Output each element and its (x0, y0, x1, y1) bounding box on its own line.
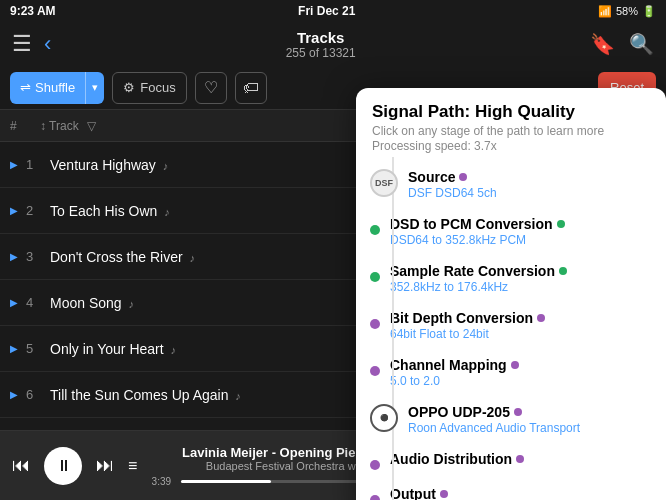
signal-dot-dsf: DSF (370, 169, 398, 197)
track-name: Only in Your Heart ♪ (50, 341, 176, 357)
signal-item-oppo[interactable]: ⚫ OPPO UDP-205 Roon Advanced Audio Trans… (356, 396, 666, 443)
signal-item-content: Source DSF DSD64 5ch (408, 169, 652, 200)
signal-item-title: Bit Depth Conversion (390, 310, 652, 326)
signal-item-desc: DSD64 to 352.8kHz PCM (390, 233, 652, 247)
signal-path-line (392, 157, 394, 500)
track-name: Moon Song ♪ (50, 295, 134, 311)
col-num-header: # (10, 119, 40, 133)
signal-item-desc: 64bit Float to 24bit (390, 327, 652, 341)
tag-button[interactable]: 🏷 (235, 72, 267, 104)
playback-controls: ⏮ ⏸ ⏭ ≡ (12, 447, 137, 485)
track-play-icon: ▶ (10, 205, 26, 216)
shuffle-label: Shuffle (35, 80, 75, 95)
shuffle-main: ⇌ Shuffle (10, 80, 85, 95)
track-number: 5 (26, 341, 50, 356)
signal-indicator (537, 314, 545, 322)
bookmark-button[interactable]: 🔖 (590, 32, 615, 56)
shuffle-dropdown[interactable]: ▾ (85, 72, 104, 104)
signal-item-title: DSD to PCM Conversion (390, 216, 652, 232)
track-name: Don't Cross the River ♪ (50, 249, 195, 265)
focus-label: Focus (140, 80, 175, 95)
track-name: To Each His Own ♪ (50, 203, 170, 219)
signal-speed: Processing speed: 3.7x (372, 139, 650, 153)
signal-item-content: OPPO UDP-205 Roon Advanced Audio Transpo… (408, 404, 652, 435)
signal-item-title: Source (408, 169, 652, 185)
track-filter-icon: ▽ (87, 119, 96, 133)
next-button[interactable]: ⏭ (96, 455, 114, 476)
battery-icon: 🔋 (642, 5, 656, 18)
music-note-icon: ♪ (163, 160, 169, 172)
signal-item-title: Channel Mapping (390, 357, 652, 373)
signal-item-bit-depth[interactable]: Bit Depth Conversion 64bit Float to 24bi… (356, 302, 666, 349)
signal-indicator (459, 173, 467, 181)
track-name: Ventura Highway ♪ (50, 157, 168, 173)
track-number: 6 (26, 387, 50, 402)
signal-header: Signal Path: High Quality Click on any s… (356, 88, 666, 157)
signal-item-dsd-pcm[interactable]: DSD to PCM Conversion DSD64 to 352.8kHz … (356, 208, 666, 255)
track-play-icon: ▶ (10, 159, 26, 170)
signal-item-desc: Roon Advanced Audio Transport (408, 421, 652, 435)
wifi-icon: 📶 (598, 5, 612, 18)
track-name: Till the Sun Comes Up Again ♪ (50, 387, 241, 403)
signal-dot-purple (370, 495, 380, 500)
pause-button[interactable]: ⏸ (44, 447, 82, 485)
signal-item-title: Audio Distribution (390, 451, 652, 467)
signal-item-content: Channel Mapping 5.0 to 2.0 (390, 357, 652, 388)
signal-item-channel-mapping[interactable]: Channel Mapping 5.0 to 2.0 (356, 349, 666, 396)
shuffle-button[interactable]: ⇌ Shuffle ▾ (10, 72, 104, 104)
prev-button[interactable]: ⏮ (12, 455, 30, 476)
status-right: 📶 58% 🔋 (598, 5, 656, 18)
track-number: 4 (26, 295, 50, 310)
signal-item-title: OPPO UDP-205 (408, 404, 652, 420)
signal-item-output[interactable]: Output (356, 478, 666, 500)
signal-indicator (559, 267, 567, 275)
signal-item-content: DSD to PCM Conversion DSD64 to 352.8kHz … (390, 216, 652, 247)
focus-icon: ⚙ (123, 80, 135, 95)
signal-item-content: Output (390, 486, 652, 500)
signal-indicator (557, 220, 565, 228)
header-center: Tracks 255 of 13321 (51, 29, 590, 60)
signal-item-sample-rate[interactable]: Sample Rate Conversion 352.8kHz to 176.4… (356, 255, 666, 302)
music-note-icon: ♪ (190, 252, 196, 264)
signal-indicator (516, 455, 524, 463)
page-subtitle: 255 of 13321 (51, 46, 590, 60)
header-right: 🔖 🔍 (590, 32, 654, 56)
track-number: 2 (26, 203, 50, 218)
signal-item-content: Bit Depth Conversion 64bit Float to 24bi… (390, 310, 652, 341)
signal-item-content: Audio Distribution (390, 451, 652, 467)
signal-title: Signal Path: High Quality (372, 102, 650, 122)
signal-dot-purple (370, 366, 380, 376)
back-button[interactable]: ‹ (44, 31, 51, 57)
signal-dot-oppo: ⚫ (370, 404, 398, 432)
track-play-icon: ▶ (10, 251, 26, 262)
signal-path-popup[interactable]: Signal Path: High Quality Click on any s… (356, 88, 666, 500)
header-left: ☰ ‹ (12, 31, 51, 57)
signal-item-title: Output (390, 486, 652, 500)
track-play-icon: ▶ (10, 389, 26, 400)
signal-dot-purple (370, 319, 380, 329)
signal-item-desc: 352.8kHz to 176.4kHz (390, 280, 652, 294)
music-note-icon: ♪ (171, 344, 177, 356)
search-button[interactable]: 🔍 (629, 32, 654, 56)
status-bar: 9:23 AM Fri Dec 21 📶 58% 🔋 (0, 0, 666, 22)
music-note-icon: ♪ (129, 298, 135, 310)
signal-body: DSF Source DSF DSD64 5ch DSD to PCM Conv… (356, 157, 666, 500)
focus-button[interactable]: ⚙ Focus (112, 72, 186, 104)
track-play-icon: ▶ (10, 297, 26, 308)
signal-indicator (511, 361, 519, 369)
track-number: 3 (26, 249, 50, 264)
music-note-icon: ♪ (235, 390, 241, 402)
signal-item-source[interactable]: DSF Source DSF DSD64 5ch (356, 161, 666, 208)
signal-dot-green (370, 225, 380, 235)
signal-item-desc: DSF DSD64 5ch (408, 186, 652, 200)
progress-fill (181, 480, 271, 483)
heart-filter-button[interactable]: ♡ (195, 72, 227, 104)
page-title: Tracks (51, 29, 590, 46)
pause-icon: ⏸ (56, 457, 72, 475)
status-time: 9:23 AM (10, 4, 56, 18)
signal-item-audio-dist[interactable]: Audio Distribution (356, 443, 666, 478)
signal-subtitle: Click on any stage of the path to learn … (372, 124, 650, 138)
music-note-icon: ♪ (164, 206, 170, 218)
queue-button[interactable]: ≡ (128, 457, 137, 475)
menu-button[interactable]: ☰ (12, 31, 32, 57)
